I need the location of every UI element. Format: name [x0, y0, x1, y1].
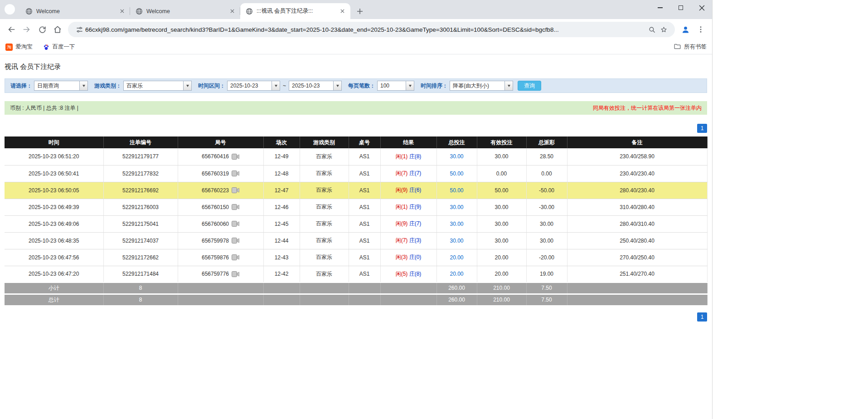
all-bookmarks-button[interactable]: 所有书签: [674, 43, 707, 52]
browser-menu-icon[interactable]: [693, 22, 708, 37]
cell-payout: 0.00: [526, 165, 567, 182]
header-payout: 总派彩: [526, 136, 567, 148]
video-icon[interactable]: [232, 154, 239, 160]
cell-session: 12-48: [263, 165, 300, 182]
cell-total-bet: 50.00: [436, 165, 477, 182]
date-start-select[interactable]: 2025-10-23: [227, 81, 280, 91]
tab-welcome-2[interactable]: Welcome: [130, 3, 240, 19]
forward-button[interactable]: [19, 22, 34, 37]
total-total-bet: 260.00: [436, 294, 477, 305]
total-bet-link[interactable]: 50.00: [450, 171, 463, 177]
chevron-down-icon[interactable]: [272, 81, 280, 90]
total-bet-link[interactable]: 20.00: [450, 271, 463, 277]
cell-remark: 230.40/230.40: [567, 165, 707, 182]
tab-title: :::视讯 会员下注纪录:::: [257, 7, 336, 15]
subtotal-count: 8: [103, 283, 178, 294]
round-number: 656760416: [202, 153, 229, 160]
video-icon[interactable]: [232, 254, 239, 260]
profile-avatar-icon[interactable]: [678, 22, 693, 37]
cell-table-no: AS1: [349, 148, 380, 165]
page-number-button[interactable]: 1: [697, 312, 707, 322]
result-player: 闲(1): [396, 153, 408, 160]
cell-result: 闲(7) 庄(7): [380, 165, 436, 182]
tab-search-button[interactable]: [5, 4, 15, 15]
chevron-down-icon[interactable]: [79, 81, 87, 90]
address-bar[interactable]: 66cxkj98.com/game/betrecord_search/kind3…: [68, 22, 675, 37]
cell-game-type: 百家乐: [300, 249, 349, 266]
query-type-select[interactable]: 日期查询: [34, 81, 88, 91]
cell-time: 2025-10-23 06:47:20: [5, 266, 103, 283]
date-end-select[interactable]: 2025-10-23: [289, 81, 342, 91]
result-player: 闲(7): [396, 170, 408, 176]
cell-game-type: 百家乐: [300, 232, 349, 249]
cell-round: 656759978: [178, 232, 263, 249]
cell-session: 12-47: [263, 182, 300, 199]
round-number: 656760150: [202, 204, 229, 210]
cell-round: 656759776: [178, 266, 263, 283]
video-icon[interactable]: [232, 171, 239, 176]
site-info-icon[interactable]: [73, 24, 85, 35]
back-button[interactable]: [4, 22, 19, 37]
window-maximize-button[interactable]: [670, 0, 691, 15]
total-bet-link[interactable]: 20.00: [450, 254, 463, 261]
video-icon[interactable]: [232, 271, 239, 277]
bookmark-baidu[interactable]: 百度一下: [43, 43, 75, 51]
zoom-icon[interactable]: [646, 24, 658, 35]
video-icon[interactable]: [232, 238, 239, 244]
header-session: 场次: [263, 136, 300, 148]
video-icon[interactable]: [232, 187, 239, 193]
search-button[interactable]: 查询: [518, 81, 541, 91]
total-bet-link[interactable]: 50.00: [450, 187, 463, 194]
tab-bet-record[interactable]: :::视讯 会员下注纪录:::: [240, 3, 350, 19]
subtotal-row: 小计 8 260.00 210.00 7.50: [5, 283, 707, 294]
tab-strip: Welcome Welcome :::视讯 会员下注纪录:::: [0, 0, 712, 19]
page-size-select[interactable]: 100: [377, 81, 414, 91]
video-icon[interactable]: [232, 221, 239, 227]
total-bet-link[interactable]: 30.00: [450, 238, 463, 244]
tab-close-icon[interactable]: [339, 8, 346, 15]
tab-close-icon[interactable]: [228, 8, 236, 15]
chevron-down-icon[interactable]: [406, 81, 414, 90]
cell-valid-bet: 30.00: [477, 199, 526, 215]
total-bet-link[interactable]: 30.00: [450, 153, 463, 160]
window-minimize-button[interactable]: [650, 0, 670, 15]
total-bet-link[interactable]: 30.00: [450, 204, 463, 210]
subtotal-valid-bet: 210.00: [477, 283, 526, 294]
subtotal-label: 小计: [5, 283, 103, 294]
bookmark-star-icon[interactable]: [658, 24, 669, 35]
sort-select[interactable]: 降幂(由大到小): [450, 81, 513, 91]
total-bet-link[interactable]: 30.00: [450, 221, 463, 227]
bookmark-aitaobao[interactable]: 淘 爱淘宝: [5, 43, 33, 51]
bet-row: 2025-10-23 06:50:05522912176692656760223…: [5, 182, 707, 199]
cell-valid-bet: 0.00: [477, 165, 526, 182]
reload-button[interactable]: [34, 22, 50, 37]
chevron-down-icon[interactable]: [333, 81, 341, 90]
chevron-down-icon[interactable]: [183, 81, 191, 90]
tab-title: Welcome: [146, 8, 226, 15]
cell-payout: -30.00: [526, 199, 567, 215]
home-button[interactable]: [50, 22, 65, 37]
sort-label: 时间排序：: [421, 82, 448, 90]
chevron-down-icon[interactable]: [504, 81, 513, 90]
video-icon[interactable]: [232, 204, 239, 210]
cell-table-no: AS1: [349, 182, 380, 199]
total-empty: [300, 294, 349, 305]
new-tab-button[interactable]: [354, 5, 366, 17]
cell-session: 12-42: [263, 266, 300, 283]
browser-window: Welcome Welcome :::视讯 会员下注纪录:::: [0, 0, 713, 419]
bookmark-label: 爱淘宝: [15, 43, 33, 51]
result-player: 闲(7): [396, 237, 408, 244]
tab-welcome-1[interactable]: Welcome: [20, 3, 130, 19]
window-close-button[interactable]: [691, 0, 712, 15]
cell-remark: 280.40/230.40: [567, 182, 707, 199]
tab-close-icon[interactable]: [118, 8, 126, 15]
page-number-button[interactable]: 1: [697, 124, 707, 133]
summary-info: 币别 : 人民币 | 总共 :8 注单 |: [10, 104, 78, 112]
url-text[interactable]: 66cxkj98.com/game/betrecord_search/kind3…: [85, 26, 646, 33]
cell-table-no: AS1: [349, 165, 380, 182]
game-type-select[interactable]: 百家乐: [123, 81, 192, 91]
round-number: 656760223: [202, 187, 229, 194]
tab-title: Welcome: [36, 8, 116, 15]
cell-game-type: 百家乐: [300, 165, 349, 182]
taobao-icon: 淘: [5, 44, 13, 51]
